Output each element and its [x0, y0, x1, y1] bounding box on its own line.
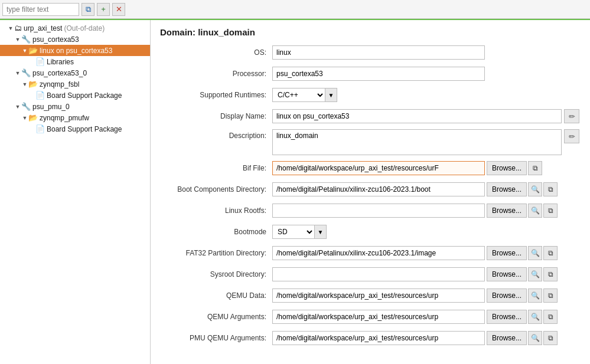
arrow-icon: ▼ — [14, 70, 21, 77]
arrow-icon: ▼ — [21, 81, 28, 88]
tree-label: Board Support Package — [47, 125, 122, 133]
boot-components-row: Boot Components Directory: Browse... 🔍 ⧉ — [160, 181, 581, 198]
bootmode-row: Bootmode SD ▼ — [160, 224, 581, 240]
display-name-input[interactable] — [272, 109, 562, 123]
runtimes-row: Supported Runtimes: C/C++ ▼ — [160, 87, 581, 103]
panel-title: Domain: linux_domain — [160, 27, 581, 37]
arrow-spacer: ▶ — [28, 92, 35, 99]
boot-search-btn[interactable]: 🔍 — [528, 182, 542, 196]
processor-icon: 🔧 — [21, 102, 31, 111]
boot-browse-btn[interactable]: Browse... — [487, 182, 527, 196]
filter-input[interactable] — [2, 3, 79, 16]
qemu-data-row: QEMU Data: Browse... 🔍 ⧉ — [160, 287, 581, 304]
boot-components-input[interactable] — [272, 182, 485, 196]
processor-icon: 🔧 — [21, 35, 31, 44]
qemu-args-row: QEMU Arguments: Browse... 🔍 ⧉ — [160, 309, 581, 325]
sysroot-input[interactable] — [272, 267, 485, 281]
bif-browse-btn[interactable]: Browse... — [487, 161, 527, 175]
tree-item-psu-cortexa53[interactable]: ▼ 🔧 psu_cortexa53 — [0, 34, 150, 45]
pmu-qemu-browse-btn[interactable]: Browse... — [487, 331, 527, 345]
pmu-qemu-input[interactable] — [272, 331, 485, 345]
description-label: Description: — [160, 129, 272, 140]
boot-components-group: Browse... 🔍 ⧉ — [272, 182, 558, 196]
tree-item-psu-cortexa53-0[interactable]: ▼ 🔧 psu_cortexa53_0 — [0, 67, 150, 78]
bootmode-label: Bootmode — [160, 228, 272, 236]
tree-item-linux-domain[interactable]: ▼ 📂 linux on psu_cortexa53 — [0, 45, 150, 56]
pmu-qemu-copy-btn[interactable]: ⧉ — [543, 331, 558, 345]
bootmode-group: SD ▼ — [272, 225, 327, 239]
sysroot-copy-btn[interactable]: ⧉ — [543, 267, 558, 281]
tree-item-zynqmp-fsbl[interactable]: ▼ 📂 zynqmp_fsbl — [0, 78, 150, 90]
main-content: ▼ 🗂 urp_axi_test (Out-of-date) ▼ 🔧 psu_c… — [0, 19, 590, 364]
bif-file-input[interactable] — [272, 161, 485, 175]
bsp-icon: 📄 — [35, 124, 45, 133]
tree-item-urp-axi-test[interactable]: ▼ 🗂 urp_axi_test (Out-of-date) — [0, 22, 150, 34]
fat32-browse-btn[interactable]: Browse... — [487, 246, 527, 260]
sysroot-group: Browse... 🔍 ⧉ — [272, 267, 558, 281]
display-name-edit-btn[interactable]: ✏ — [564, 109, 579, 123]
tree-label: psu_pmu_0 — [32, 103, 70, 111]
linux-rootfs-input[interactable] — [272, 204, 485, 218]
remove-button[interactable]: ✕ — [112, 3, 125, 16]
rootfs-browse-btn[interactable]: Browse... — [487, 204, 527, 218]
right-panel: Domain: linux_domain OS: Processor: Supp… — [151, 20, 590, 364]
display-name-group: ✏ — [272, 109, 579, 123]
copy-button[interactable]: ⧉ — [82, 3, 94, 16]
qemu-args-search-btn[interactable]: 🔍 — [528, 310, 542, 324]
linux-rootfs-group: Browse... 🔍 ⧉ — [272, 204, 558, 218]
sysroot-search-btn[interactable]: 🔍 — [528, 267, 542, 281]
fat32-group: Browse... 🔍 ⧉ — [272, 246, 558, 260]
tree-item-bsp2[interactable]: ▶ 📄 Board Support Package — [0, 123, 150, 135]
qemu-data-copy-btn[interactable]: ⧉ — [543, 288, 558, 303]
qemu-args-input[interactable] — [272, 310, 485, 324]
domain-icon: 📂 — [28, 80, 38, 88]
processor-icon: 🔧 — [21, 68, 31, 77]
tree-label: zynqmp_pmufw — [40, 114, 89, 122]
runtimes-label: Supported Runtimes: — [160, 91, 272, 99]
qemu-data-input[interactable] — [272, 288, 485, 303]
rootfs-copy-btn[interactable]: ⧉ — [543, 204, 558, 218]
description-group: linux_domain ✏ — [272, 129, 579, 155]
fat32-search-btn[interactable]: 🔍 — [528, 246, 542, 260]
tree-label: Libraries — [47, 58, 74, 66]
sysroot-label: Sysroot Directory: — [160, 270, 272, 278]
pmu-qemu-search-btn[interactable]: 🔍 — [528, 331, 542, 345]
tree-item-bsp1[interactable]: ▶ 📄 Board Support Package — [0, 90, 150, 101]
arrow-icon: ▼ — [21, 114, 28, 122]
arrow-spacer: ▶ — [28, 58, 35, 65]
sysroot-browse-btn[interactable]: Browse... — [487, 267, 527, 281]
os-row: OS: — [160, 44, 581, 61]
description-row: Description: linux_domain ✏ — [160, 129, 581, 155]
tree-item-psu-pmu-0[interactable]: ▼ 🔧 psu_pmu_0 — [0, 101, 150, 112]
tree-item-zynqmp-pmufw[interactable]: ▼ 📂 zynqmp_pmufw — [0, 112, 150, 123]
tree-label: psu_cortexa53 — [32, 35, 79, 44]
qemu-args-browse-btn[interactable]: Browse... — [487, 310, 527, 324]
qemu-data-browse-btn[interactable]: Browse... — [487, 288, 527, 303]
qemu-data-search-btn[interactable]: 🔍 — [528, 288, 542, 303]
tree-label: zynqmp_fsbl — [40, 80, 79, 88]
qemu-args-copy-btn[interactable]: ⧉ — [543, 310, 558, 324]
description-edit-btn[interactable]: ✏ — [564, 129, 579, 143]
pmu-qemu-label: PMU QEMU Arguments: — [160, 334, 272, 342]
boot-components-label: Boot Components Directory: — [160, 185, 272, 194]
rootfs-search-btn[interactable]: 🔍 — [528, 204, 542, 218]
processor-row: Processor: — [160, 65, 581, 82]
fat32-copy-btn[interactable]: ⧉ — [543, 246, 558, 260]
runtime-group: C/C++ ▼ — [272, 88, 337, 102]
runtime-select[interactable]: C/C++ — [272, 88, 325, 102]
arrow-icon: ▼ — [14, 36, 21, 43]
bsp-icon: 📄 — [35, 91, 45, 100]
bif-copy-btn[interactable]: ⧉ — [528, 161, 542, 175]
boot-copy-btn[interactable]: ⧉ — [543, 182, 558, 196]
description-textarea[interactable]: linux_domain — [272, 129, 562, 155]
runtime-dropdown-btn[interactable]: ▼ — [325, 88, 337, 102]
fat32-input[interactable] — [272, 246, 485, 260]
bootmode-select[interactable]: SD — [272, 225, 315, 239]
folder-icon: 🗂 — [14, 24, 22, 32]
add-button[interactable]: + — [97, 3, 110, 16]
pmu-qemu-group: Browse... 🔍 ⧉ — [272, 331, 558, 345]
tree-item-libraries[interactable]: ▶ 📄 Libraries — [0, 56, 150, 67]
processor-input[interactable] — [272, 67, 485, 81]
os-input[interactable] — [272, 45, 485, 60]
bootmode-dropdown-btn[interactable]: ▼ — [315, 225, 327, 239]
